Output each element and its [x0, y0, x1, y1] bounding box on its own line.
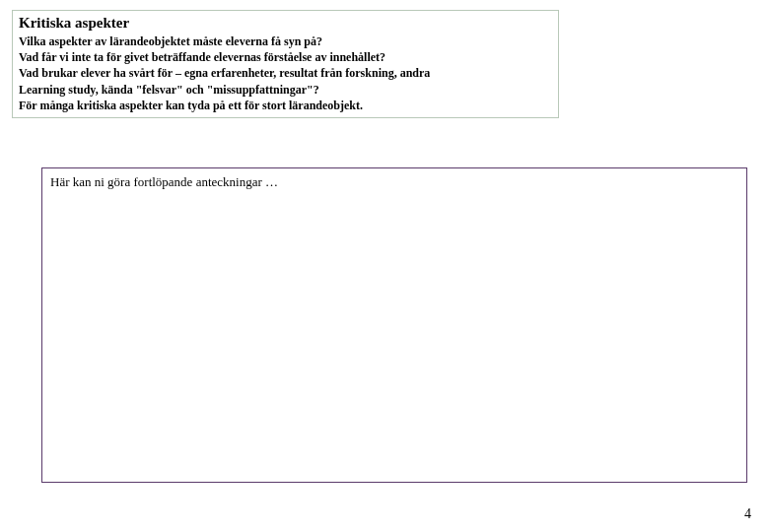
header-title: Kritiska aspekter: [19, 15, 552, 32]
header-box: Kritiska aspekter Vilka aspekter av lära…: [12, 10, 559, 118]
header-line-5: För många kritiska aspekter kan tyda på …: [19, 98, 552, 113]
notes-placeholder: Här kan ni göra fortlöpande anteckningar…: [50, 174, 738, 190]
header-line-1: Vilka aspekter av lärandeobjektet måste …: [19, 33, 552, 49]
header-line-4: Learning study, kända "felsvar" och "mis…: [19, 82, 552, 98]
header-line-2: Vad får vi inte ta för givet beträffande…: [19, 49, 552, 65]
page-number: 4: [744, 506, 751, 522]
notes-box[interactable]: Här kan ni göra fortlöpande anteckningar…: [41, 167, 747, 483]
header-line-3: Vad brukar elever ha svårt för – egna er…: [19, 65, 552, 81]
